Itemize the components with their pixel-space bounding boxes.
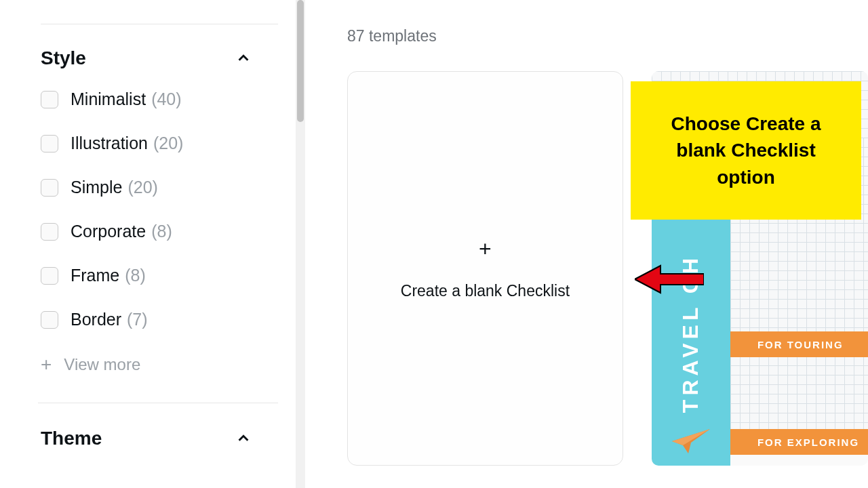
- svg-marker-2: [635, 266, 704, 293]
- plus-icon: +: [41, 354, 52, 375]
- style-option-simple[interactable]: Simple (20): [41, 178, 251, 197]
- view-more-label: View more: [64, 355, 140, 374]
- checkbox-icon[interactable]: [41, 267, 58, 285]
- option-count: (7): [127, 310, 148, 329]
- instruction-callout: Choose Create a blank Checklist option: [631, 81, 861, 220]
- checkbox-icon[interactable]: [41, 91, 58, 108]
- checkbox-icon[interactable]: [41, 223, 58, 241]
- main-content: 87 templates + Create a blank Checklist …: [312, 0, 868, 488]
- template-tag-exploring: FOR EXPLORING: [730, 429, 868, 455]
- create-blank-card[interactable]: + Create a blank Checklist: [347, 71, 623, 466]
- style-option-illustration[interactable]: Illustration (20): [41, 134, 251, 153]
- option-label: Simple: [71, 178, 122, 197]
- option-count: (20): [127, 178, 157, 197]
- option-label: Minimalist: [71, 89, 146, 109]
- red-arrow-icon: [635, 263, 704, 296]
- theme-title: Theme: [41, 428, 102, 449]
- divider: [41, 24, 278, 24]
- theme-header[interactable]: Theme: [41, 428, 251, 449]
- style-header[interactable]: Style: [41, 47, 251, 69]
- option-label: Border: [71, 310, 121, 329]
- template-count: 87 templates: [347, 27, 868, 45]
- chevron-up-icon: [236, 51, 251, 66]
- style-option-frame[interactable]: Frame (8): [41, 266, 251, 285]
- paper-plane-icon: [669, 426, 713, 456]
- callout-text: Choose Create a blank Checklist option: [648, 110, 844, 190]
- style-section: Style Minimalist (40) Illustration (20) …: [41, 47, 251, 449]
- style-option-corporate[interactable]: Corporate (8): [41, 222, 251, 241]
- checkbox-icon[interactable]: [41, 179, 58, 197]
- option-count: (8): [151, 222, 172, 241]
- checkbox-icon[interactable]: [41, 135, 58, 152]
- style-option-border[interactable]: Border (7): [41, 310, 251, 329]
- svg-marker-1: [672, 429, 710, 445]
- template-tag-touring: FOR TOURING: [730, 331, 868, 357]
- option-count: (8): [125, 266, 146, 285]
- checkbox-icon[interactable]: [41, 311, 58, 329]
- option-label: Frame: [71, 266, 119, 285]
- sidebar-scrollbar[interactable]: [296, 0, 305, 488]
- plus-icon: +: [479, 237, 492, 262]
- filter-sidebar: Style Minimalist (40) Illustration (20) …: [0, 0, 285, 488]
- style-title: Style: [41, 47, 86, 69]
- option-count: (40): [151, 89, 181, 109]
- blank-card-label: Create a blank Checklist: [401, 282, 570, 300]
- divider: [38, 403, 278, 403]
- option-label: Corporate: [71, 222, 146, 241]
- chevron-up-icon: [236, 431, 251, 446]
- scrollbar-thumb[interactable]: [297, 0, 304, 122]
- option-label: Illustration: [71, 134, 148, 153]
- option-count: (20): [153, 134, 183, 153]
- style-option-minimalist[interactable]: Minimalist (40): [41, 89, 251, 109]
- view-more-button[interactable]: + View more: [41, 354, 251, 375]
